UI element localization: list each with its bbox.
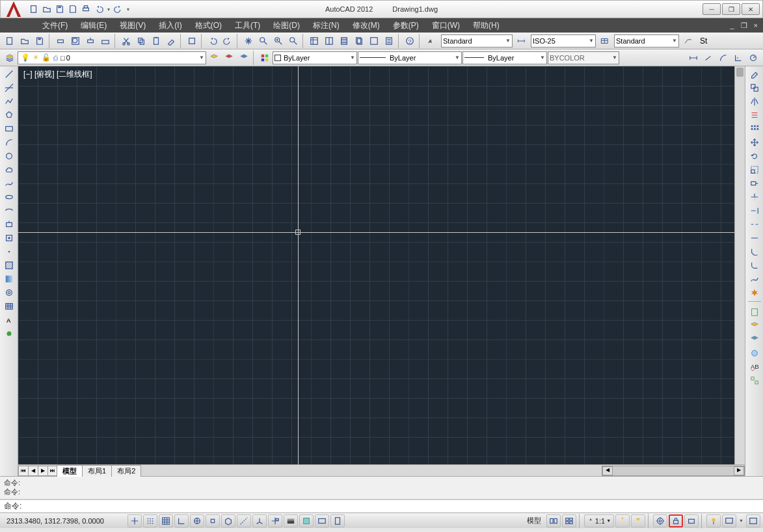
- menu-parametric[interactable]: 参数(P): [386, 18, 425, 33]
- osnap-icon[interactable]: [206, 514, 220, 527]
- erase-icon[interactable]: [747, 68, 762, 81]
- blockeditor-icon[interactable]: [185, 34, 199, 48]
- lineweight-dropdown[interactable]: ByLayer ▼: [358, 51, 462, 64]
- isolate-objects-icon[interactable]: [706, 514, 721, 527]
- undo-dd-icon[interactable]: ▼: [106, 3, 111, 15]
- save2-icon[interactable]: [33, 34, 47, 48]
- layer-match-icon[interactable]: [747, 333, 762, 346]
- toolpalette-icon[interactable]: [337, 34, 351, 48]
- menu-format[interactable]: 格式(O): [189, 18, 228, 33]
- textstyle-icon[interactable]: A: [423, 34, 440, 48]
- mirror-icon[interactable]: [747, 95, 762, 108]
- line-icon[interactable]: [2, 68, 16, 81]
- close-button[interactable]: ✕: [742, 3, 760, 15]
- minimize-button[interactable]: ─: [703, 3, 721, 15]
- menu-modify[interactable]: 修改(M): [346, 18, 386, 33]
- colorcontrol-dropdown[interactable]: BYCOLOR ▼: [548, 51, 619, 64]
- tpy-icon[interactable]: [299, 514, 314, 527]
- make-block-icon[interactable]: [2, 232, 16, 245]
- help-icon[interactable]: ?: [403, 34, 417, 48]
- menu-file[interactable]: 文件(F): [36, 18, 74, 33]
- menu-insert[interactable]: 插入(I): [152, 18, 188, 33]
- doc-close-icon[interactable]: ×: [751, 21, 760, 30]
- fillet-icon[interactable]: [747, 259, 762, 272]
- gradient-icon[interactable]: [2, 273, 16, 286]
- command-history[interactable]: 命令: 命令:: [0, 477, 763, 499]
- join-icon[interactable]: [747, 232, 762, 245]
- hscroll-left-icon[interactable]: ◀: [602, 466, 613, 475]
- rectangle-icon[interactable]: [2, 122, 16, 135]
- drawing-canvas[interactable]: [−] [俯视] [二维线框]: [18, 66, 745, 464]
- dyn-icon[interactable]: [268, 514, 282, 527]
- lwt-icon[interactable]: [284, 514, 298, 527]
- dim-ordinate-icon[interactable]: [731, 51, 745, 65]
- otrack-icon[interactable]: [237, 514, 251, 527]
- hardware-accel-icon[interactable]: [684, 514, 699, 527]
- redo2-icon[interactable]: [221, 34, 235, 48]
- cut-icon[interactable]: [119, 34, 133, 48]
- command-input[interactable]: [24, 502, 759, 511]
- ducs-icon[interactable]: [252, 514, 267, 527]
- mtext-icon[interactable]: A: [2, 313, 16, 326]
- offset-icon[interactable]: [747, 109, 762, 122]
- redo-dd-icon[interactable]: ▼: [126, 3, 131, 15]
- region-icon[interactable]: [2, 286, 16, 299]
- maximize-button[interactable]: ❐: [722, 3, 740, 15]
- preview-icon[interactable]: [68, 34, 83, 48]
- app-logo[interactable]: [3, 1, 24, 17]
- annotation-scale-icon[interactable]: 1:1 ▼: [584, 514, 614, 527]
- menu-draw[interactable]: 绘图(D): [267, 18, 306, 33]
- tab-prev-icon[interactable]: ◀: [28, 466, 38, 476]
- grid-icon[interactable]: [159, 514, 173, 527]
- zoom-realtime-icon[interactable]: [256, 34, 271, 48]
- polyline-icon[interactable]: [2, 95, 16, 108]
- copy2-icon[interactable]: [747, 81, 762, 94]
- doc-minimize-icon[interactable]: _: [727, 21, 736, 30]
- revcloud-icon[interactable]: [2, 163, 16, 176]
- viewport-label[interactable]: [−] [俯视] [二维线框]: [23, 69, 92, 80]
- layerstate-icon[interactable]: [222, 51, 236, 65]
- hatch-icon[interactable]: [2, 259, 16, 272]
- menu-help[interactable]: 帮助(H): [466, 18, 506, 33]
- menu-tools[interactable]: 工具(T): [228, 18, 267, 33]
- clean-screen-icon[interactable]: [722, 514, 736, 527]
- tab-layout1[interactable]: 布局1: [82, 465, 112, 477]
- save-icon[interactable]: [54, 3, 66, 15]
- layer-freeze-icon[interactable]: [747, 347, 762, 360]
- paste-icon[interactable]: [149, 34, 163, 48]
- point-icon[interactable]: [2, 245, 16, 258]
- layer-dropdown[interactable]: 💡 ☀ 🔓 ⎙ □ 0 ▼: [18, 51, 206, 64]
- new-icon[interactable]: [28, 3, 40, 15]
- workspace-switching-icon[interactable]: [653, 514, 667, 527]
- open2-icon[interactable]: [18, 34, 32, 48]
- move-icon[interactable]: [747, 136, 762, 149]
- dim-radius-icon[interactable]: [746, 51, 760, 65]
- snap-icon[interactable]: [143, 514, 157, 527]
- extend-icon[interactable]: [747, 204, 762, 217]
- array-icon[interactable]: [747, 122, 762, 135]
- zoom-window-icon[interactable]: [271, 34, 286, 48]
- tab-model[interactable]: 模型: [57, 465, 83, 477]
- trim-icon[interactable]: [747, 191, 762, 204]
- markup-icon[interactable]: [367, 34, 381, 48]
- vertical-scrollbar[interactable]: [734, 66, 745, 464]
- break-icon[interactable]: [747, 218, 762, 231]
- quickview-drawings-icon[interactable]: [562, 514, 576, 527]
- undo-icon[interactable]: [93, 3, 105, 15]
- dimstyle-dropdown[interactable]: ISO-25▼: [531, 34, 596, 47]
- open-icon[interactable]: [41, 3, 53, 15]
- dim-aligned-icon[interactable]: [701, 51, 716, 65]
- dim-linear-icon[interactable]: [686, 51, 701, 65]
- spellcheck-icon[interactable]: ABC: [747, 360, 762, 373]
- tab-layout2[interactable]: 布局2: [111, 465, 141, 477]
- tab-next-icon[interactable]: ▶: [38, 466, 48, 476]
- print-icon[interactable]: [80, 3, 92, 15]
- zoom-prev-icon[interactable]: [286, 34, 301, 48]
- ellipse-icon[interactable]: [2, 191, 16, 204]
- dimstyle-icon[interactable]: [513, 34, 530, 48]
- sheetset-icon[interactable]: [352, 34, 366, 48]
- tablestyle-dropdown[interactable]: Standard▼: [614, 34, 679, 47]
- polygon-icon[interactable]: [2, 109, 16, 122]
- menu-dimension[interactable]: 标注(N): [306, 18, 346, 33]
- xline-icon[interactable]: [2, 81, 16, 94]
